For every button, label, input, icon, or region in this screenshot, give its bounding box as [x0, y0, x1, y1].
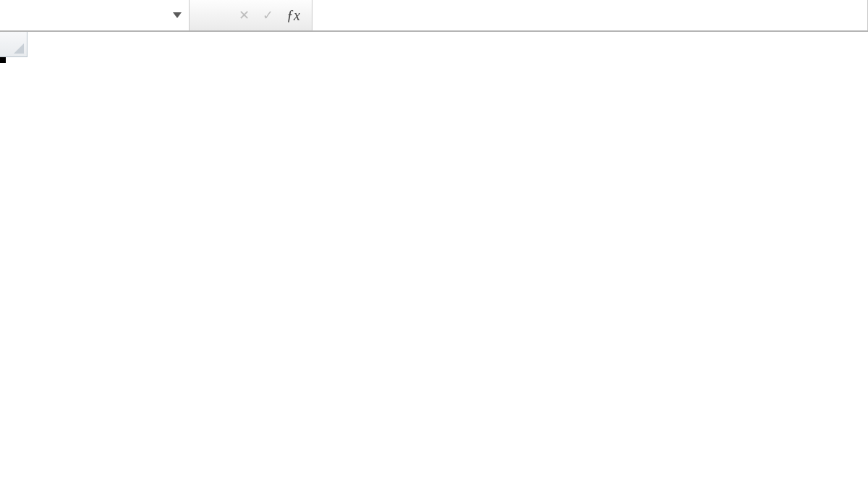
name-box-dropdown-icon[interactable]: [173, 12, 182, 18]
spreadsheet-app: ✕ ✓ ƒx: [0, 0, 868, 488]
name-box[interactable]: [0, 4, 130, 26]
formula-input-wrap: [312, 0, 868, 30]
selection-border: [0, 57, 4, 62]
formula-input[interactable]: [318, 4, 867, 26]
formula-bar: ✕ ✓ ƒx: [0, 0, 868, 32]
fx-icon[interactable]: ƒx: [286, 7, 300, 24]
enter-icon: ✓: [263, 7, 273, 23]
cancel-icon: ✕: [239, 7, 250, 23]
formula-bar-controls: ✕ ✓ ƒx: [190, 0, 312, 30]
name-box-wrap: [0, 0, 190, 30]
fill-handle[interactable]: [0, 57, 6, 63]
select-all-corner[interactable]: [0, 32, 27, 57]
